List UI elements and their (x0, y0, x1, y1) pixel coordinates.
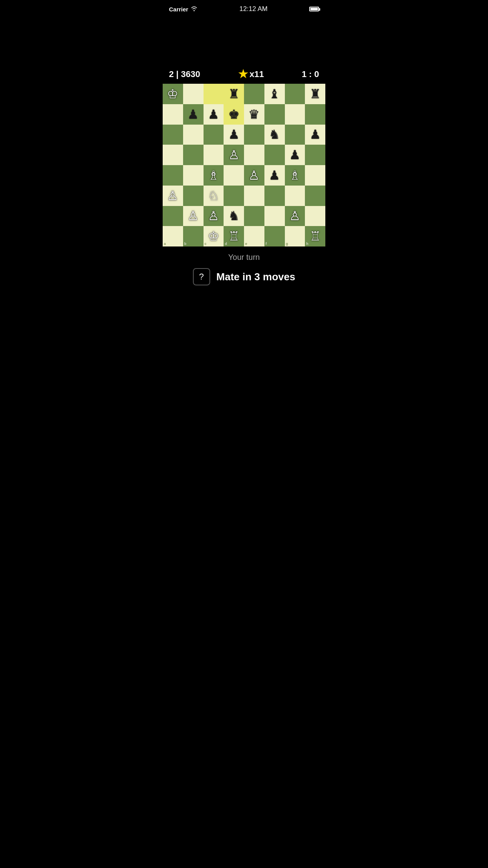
cell-r2-c4[interactable] (244, 125, 264, 145)
cell-r1-c0[interactable] (163, 104, 183, 125)
cell-r4-c5[interactable]: ♟ (264, 165, 285, 186)
cell-r3-c1[interactable] (183, 145, 204, 165)
status-time: 12:12 AM (239, 5, 268, 13)
cell-r6-c0[interactable] (163, 206, 183, 226)
cell-r5-c0[interactable]: ♙ (163, 186, 183, 206)
piece-black: ♞ (264, 125, 285, 145)
piece-black: ♚ (224, 104, 244, 125)
cell-r3-c4[interactable] (244, 145, 264, 165)
cell-r4-c4[interactable]: ♙ (244, 165, 264, 186)
cell-r4-c1[interactable] (183, 165, 204, 186)
col-label: a (164, 242, 166, 246)
piece-black: ♞ (224, 206, 244, 226)
status-right (309, 7, 319, 11)
cell-r6-c4[interactable] (244, 206, 264, 226)
piece-white: ♙ (163, 186, 183, 206)
cell-r2-c0[interactable] (163, 125, 183, 145)
cell-r3-c0[interactable] (163, 145, 183, 165)
chess-board[interactable]: ♔♜♝♜♟♟♚♛♟♞♟♙♟♗♙♟♗♙♘♙♙♞♙abc♔d♖efgh♖ (163, 84, 325, 246)
cell-r7-c0[interactable]: a (163, 226, 183, 246)
score-left: 2 | 3630 (169, 69, 200, 79)
cell-r2-c5[interactable]: ♞ (264, 125, 285, 145)
cell-r6-c1[interactable]: ♙ (183, 206, 204, 226)
cell-r7-c4[interactable]: e (244, 226, 264, 246)
cell-r0-c3[interactable]: ♜ (224, 84, 244, 104)
piece-black: ♝ (264, 84, 285, 104)
mate-text: Mate in 3 moves (216, 271, 295, 283)
piece-white: ♙ (204, 206, 224, 226)
cell-r6-c2[interactable]: ♙ (204, 206, 224, 226)
cell-r6-c3[interactable]: ♞ (224, 206, 244, 226)
battery-icon (309, 7, 319, 11)
cell-r0-c7[interactable]: ♜ (305, 84, 325, 104)
piece-black: ♟ (285, 145, 305, 165)
cell-r4-c0[interactable] (163, 165, 183, 186)
piece-white: ♖ (224, 226, 244, 246)
piece-white: ♙ (285, 206, 305, 226)
piece-white: ♔ (204, 226, 224, 246)
cell-r5-c5[interactable] (264, 186, 285, 206)
piece-black: ♟ (264, 165, 285, 186)
cell-r2-c2[interactable] (204, 125, 224, 145)
cell-r2-c3[interactable]: ♟ (224, 125, 244, 145)
cell-r1-c6[interactable] (285, 104, 305, 125)
cell-r5-c4[interactable] (244, 186, 264, 206)
cell-r0-c0[interactable]: ♔ (163, 84, 183, 104)
cell-r2-c6[interactable] (285, 125, 305, 145)
cell-r3-c2[interactable] (204, 145, 224, 165)
cell-r1-c7[interactable] (305, 104, 325, 125)
cell-r4-c2[interactable]: ♗ (204, 165, 224, 186)
col-label: f (266, 242, 267, 246)
piece-white: ♙ (224, 145, 244, 165)
cell-r4-c6[interactable]: ♗ (285, 165, 305, 186)
cell-r1-c1[interactable]: ♟ (183, 104, 204, 125)
cell-r5-c7[interactable] (305, 186, 325, 206)
wifi-icon (191, 6, 198, 13)
star-icon: ★ (238, 68, 248, 81)
cell-r0-c6[interactable] (285, 84, 305, 104)
status-bar: Carrier 12:12 AM (163, 0, 325, 17)
cell-r0-c1[interactable] (183, 84, 204, 104)
cell-r7-c1[interactable]: b (183, 226, 204, 246)
cell-r3-c5[interactable] (264, 145, 285, 165)
status-left: Carrier (169, 6, 198, 13)
score-center: ★ x11 (238, 68, 264, 81)
cell-r6-c7[interactable] (305, 206, 325, 226)
piece-white: ♘ (204, 186, 224, 206)
score-right: 1 : 0 (302, 69, 319, 79)
cell-r2-c7[interactable]: ♟ (305, 125, 325, 145)
cell-r7-c6[interactable]: g (285, 226, 305, 246)
cell-r7-c5[interactable]: f (264, 226, 285, 246)
cell-r3-c3[interactable]: ♙ (224, 145, 244, 165)
cell-r1-c4[interactable]: ♛ (244, 104, 264, 125)
cell-r2-c1[interactable] (183, 125, 204, 145)
cell-r6-c6[interactable]: ♙ (285, 206, 305, 226)
hint-button[interactable]: ? (193, 268, 210, 285)
cell-r4-c3[interactable] (224, 165, 244, 186)
board-container: ♔♜♝♜♟♟♚♛♟♞♟♙♟♗♙♟♗♙♘♙♙♞♙abc♔d♖efgh♖ (163, 84, 325, 246)
col-label: g (286, 242, 288, 246)
cell-r6-c5[interactable] (264, 206, 285, 226)
cell-r0-c2[interactable] (204, 84, 224, 104)
cell-r3-c6[interactable]: ♟ (285, 145, 305, 165)
cell-r5-c3[interactable] (224, 186, 244, 206)
cell-r1-c2[interactable]: ♟ (204, 104, 224, 125)
cell-r1-c3[interactable]: ♚ (224, 104, 244, 125)
cell-r7-c7[interactable]: h♖ (305, 226, 325, 246)
cell-r1-c5[interactable] (264, 104, 285, 125)
cell-r7-c2[interactable]: c♔ (204, 226, 224, 246)
cell-r0-c5[interactable]: ♝ (264, 84, 285, 104)
piece-white: ♖ (305, 226, 325, 246)
cell-r5-c2[interactable]: ♘ (204, 186, 224, 206)
piece-white: ♔ (163, 84, 183, 104)
piece-white: ♗ (204, 165, 224, 186)
cell-r5-c6[interactable] (285, 186, 305, 206)
cell-r4-c7[interactable] (305, 165, 325, 186)
cell-r7-c3[interactable]: d♖ (224, 226, 244, 246)
hint-icon: ? (199, 272, 204, 282)
top-area (163, 17, 325, 64)
cell-r5-c1[interactable] (183, 186, 204, 206)
cell-r3-c7[interactable] (305, 145, 325, 165)
your-turn-label: Your turn (228, 253, 260, 262)
cell-r0-c4[interactable] (244, 84, 264, 104)
